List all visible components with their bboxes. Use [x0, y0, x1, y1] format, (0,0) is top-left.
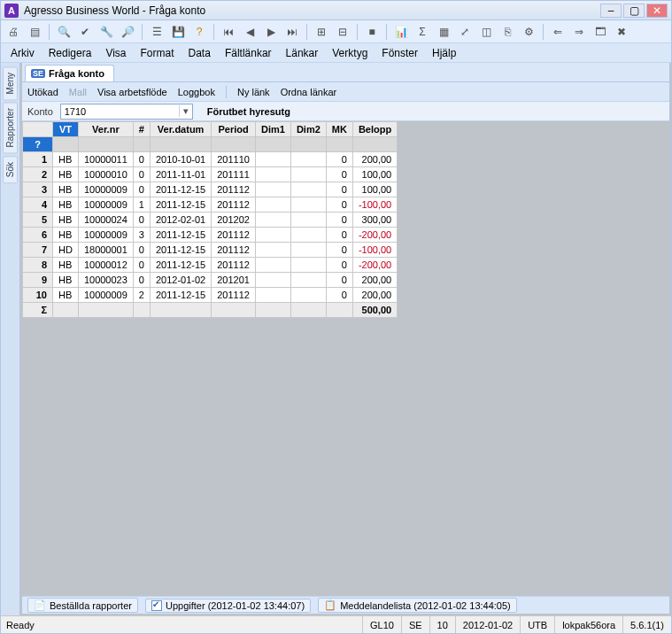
cell[interactable]: 0 [326, 273, 352, 288]
cell[interactable]: HB [53, 288, 79, 303]
row-number[interactable]: 5 [23, 213, 53, 228]
cell[interactable]: 201112 [212, 197, 256, 213]
row-number[interactable]: 1 [23, 152, 53, 167]
row-number[interactable]: 6 [23, 228, 53, 243]
cell[interactable]: -100,00 [352, 197, 397, 213]
side-tab-sök[interactable]: Sök [3, 156, 18, 183]
cell[interactable]: 10000010 [78, 167, 133, 182]
maximize-button[interactable]: ▢ [623, 4, 645, 18]
group-icon[interactable]: ◫ [476, 22, 496, 42]
cell[interactable]: HD [53, 243, 79, 258]
side-tab-meny[interactable]: Meny [3, 66, 18, 100]
col-header[interactable]: # [133, 122, 150, 137]
preview-icon[interactable]: ▤ [25, 22, 44, 42]
row-number[interactable]: 2 [23, 167, 53, 182]
utokad-link[interactable]: Utökad [27, 87, 58, 97]
help-icon[interactable]: ? [189, 22, 209, 42]
cell[interactable]: -200,00 [352, 258, 397, 273]
filter-cell[interactable] [53, 137, 79, 152]
cell[interactable]: 201112 [212, 228, 256, 243]
filter-indicator[interactable]: ? [23, 137, 53, 152]
col-header[interactable]: Ver.nr [78, 122, 133, 137]
last-icon[interactable]: ⏭ [282, 22, 302, 42]
check-icon[interactable]: ✔ [75, 22, 95, 42]
sigma-icon[interactable]: Σ [413, 22, 432, 42]
cell[interactable]: 201112 [212, 243, 256, 258]
cell[interactable]: -200,00 [352, 228, 397, 243]
cell[interactable] [290, 228, 326, 243]
cell[interactable] [290, 213, 326, 228]
col-header[interactable]: Belopp [352, 122, 397, 137]
table-row[interactable]: 2HB1000001002011-11-012011110100,00 [23, 167, 398, 182]
cell[interactable]: 2010-10-01 [150, 152, 211, 167]
cell[interactable]: 18000001 [78, 243, 133, 258]
cell[interactable]: 2011-12-15 [150, 228, 211, 243]
cell[interactable]: 0 [133, 258, 150, 273]
cell[interactable]: 10000009 [78, 197, 133, 213]
cell[interactable]: 100,00 [352, 167, 397, 182]
magnify-icon[interactable]: 🔎 [118, 22, 137, 42]
cell[interactable]: 2012-02-01 [150, 213, 211, 228]
col-header[interactable]: VT [53, 122, 79, 137]
cell[interactable]: 201202 [212, 213, 256, 228]
binoculars-icon[interactable]: 🔍 [54, 22, 73, 42]
table-row[interactable]: 6HB1000000932011-12-152011120-200,00 [23, 228, 398, 243]
cell[interactable]: 200,00 [352, 152, 397, 167]
cell[interactable]: 2011-12-15 [150, 197, 211, 213]
cell[interactable] [255, 152, 290, 167]
row-number[interactable]: 8 [23, 258, 53, 273]
menu-arkiv[interactable]: Arkiv [4, 44, 42, 62]
grid-area[interactable]: VTVer.nr#Ver.datumPeriodDim1Dim2MKBelopp… [22, 121, 669, 596]
cell[interactable]: 0 [326, 258, 352, 273]
table-row[interactable]: 1HB1000001102010-10-012011100200,00 [23, 152, 398, 167]
cell[interactable]: 0 [326, 288, 352, 303]
menu-fältlänkar[interactable]: Fältlänkar [218, 44, 279, 62]
cell[interactable]: HB [53, 152, 79, 167]
cell[interactable]: 2011-12-15 [150, 288, 211, 303]
chevron-down-icon[interactable]: ▾ [179, 105, 191, 117]
col-header[interactable]: Dim2 [290, 122, 326, 137]
filter-cell[interactable] [78, 137, 133, 152]
cell[interactable] [290, 258, 326, 273]
cell[interactable]: 0 [133, 152, 150, 167]
print-icon[interactable]: 🖨 [4, 22, 23, 42]
cell[interactable]: 200,00 [352, 288, 397, 303]
settings-icon[interactable]: ⚙ [519, 22, 538, 42]
cell[interactable] [255, 182, 290, 197]
cell[interactable]: 0 [326, 213, 352, 228]
save-icon[interactable]: 💾 [168, 22, 188, 42]
table-row[interactable]: 5HB1000002402012-02-012012020300,00 [23, 213, 398, 228]
cell[interactable]: 10000011 [78, 152, 133, 167]
cell[interactable]: 10000024 [78, 213, 133, 228]
table-row[interactable]: 10HB1000000922011-12-152011120200,00 [23, 288, 398, 303]
cell[interactable]: 0 [133, 243, 150, 258]
cell[interactable]: 10000009 [78, 228, 133, 243]
cell[interactable]: 201112 [212, 288, 256, 303]
col-header[interactable]: Ver.datum [150, 122, 211, 137]
filter-cell[interactable] [290, 137, 326, 152]
cell[interactable]: HB [53, 197, 79, 213]
row-number[interactable]: 9 [23, 273, 53, 288]
cell[interactable]: 10000009 [78, 288, 133, 303]
table-row[interactable]: 3HB1000000902011-12-152011120100,00 [23, 182, 398, 197]
filter-cell[interactable] [212, 137, 256, 152]
mall-link[interactable]: Mall [69, 87, 87, 97]
cell[interactable]: HB [53, 213, 79, 228]
next-icon[interactable]: ▶ [261, 22, 281, 42]
cell[interactable]: 201112 [212, 182, 256, 197]
cell[interactable]: 0 [133, 213, 150, 228]
cell[interactable]: 201111 [212, 167, 256, 182]
cell[interactable]: 201110 [212, 152, 256, 167]
ordna-lankar-link[interactable]: Ordna länkar [281, 87, 337, 97]
cell[interactable] [255, 288, 290, 303]
cell[interactable]: 200,00 [352, 273, 397, 288]
cell[interactable] [255, 197, 290, 213]
copy-icon[interactable]: ⎘ [498, 22, 517, 42]
cell[interactable] [255, 258, 290, 273]
cell[interactable] [290, 273, 326, 288]
menu-data[interactable]: Data [182, 44, 218, 62]
cell[interactable]: 0 [326, 197, 352, 213]
side-tab-rapporter[interactable]: Rapporter [3, 102, 18, 153]
cell[interactable]: HB [53, 228, 79, 243]
meddelandelista-tab[interactable]: 📋 Meddelandelista (2012-01-02 13:44:05) [318, 598, 517, 613]
